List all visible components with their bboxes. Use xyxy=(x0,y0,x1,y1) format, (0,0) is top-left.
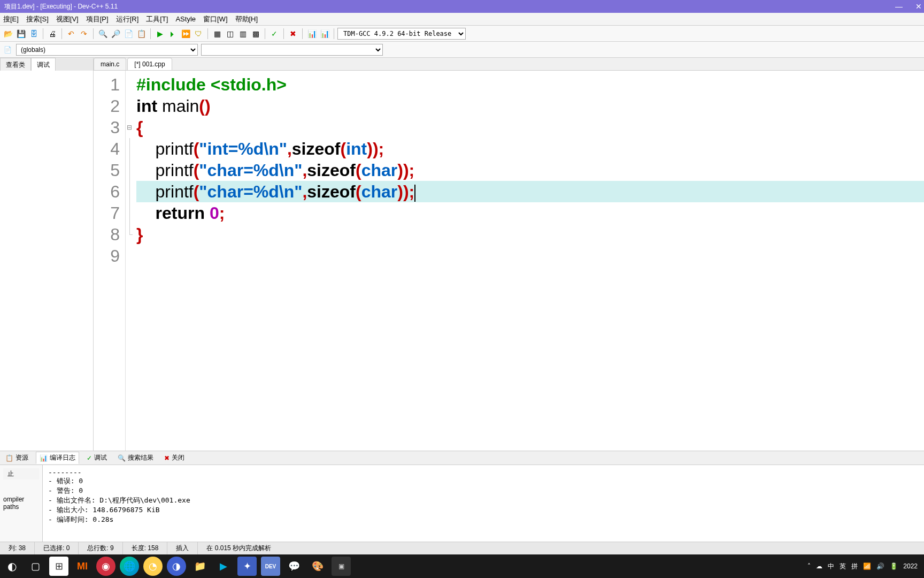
code-lines[interactable]: #include <stdio.h>int main(){ printf("in… xyxy=(133,71,924,451)
separator xyxy=(93,28,94,39)
search-icon: 🔍 xyxy=(118,454,126,462)
find-icon[interactable]: 🔍 xyxy=(97,28,109,40)
status-selected: 已选择: 0 xyxy=(35,542,79,554)
debug-icon[interactable]: ✓ xyxy=(268,28,280,40)
task-view-icon[interactable]: ▢ xyxy=(26,557,45,576)
explorer-icon[interactable]: 📁 xyxy=(190,557,210,576)
bottom-tab-search-results[interactable]: 🔍搜索结果 xyxy=(114,452,157,463)
menu-tools[interactable]: 工具[T] xyxy=(146,14,168,24)
ime-indicator-2[interactable]: 英 xyxy=(840,562,846,571)
side-panel: 查看类 调试 xyxy=(0,58,94,451)
layout4-icon[interactable]: ▩ xyxy=(250,28,261,40)
compile-log-output[interactable]: -------- - 错误: 0 - 警告: 0 - 输出文件名: D:\程序代… xyxy=(43,465,924,542)
volume-icon[interactable]: 🔊 xyxy=(876,562,884,570)
bottom-tabs: 📋资源 📊编译日志 ✓调试 🔍搜索结果 ✖关闭 xyxy=(0,451,924,465)
redo-icon[interactable]: ↷ xyxy=(78,28,90,40)
taskbar: ◐ ▢ ⊞ MI ◉ 🌐 ◔ ◑ 📁 ▶ ✦ DEV 💬 🎨 ▣ ˄ ☁ 中 英… xyxy=(0,554,924,578)
goto-icon[interactable]: 📋 xyxy=(135,28,147,40)
save-all-icon[interactable]: 🗄 xyxy=(28,28,40,40)
status-insert-mode: 插入 xyxy=(167,542,198,554)
undo-icon[interactable]: ↶ xyxy=(65,28,77,40)
side-tab-classes[interactable]: 查看类 xyxy=(0,58,31,71)
separator xyxy=(207,28,208,39)
menu-help[interactable]: 帮助[H] xyxy=(235,14,258,24)
circle-app-icon[interactable]: ◉ xyxy=(96,557,116,576)
app-icon-2[interactable]: ◑ xyxy=(167,557,186,576)
devcpp-icon[interactable]: DEV xyxy=(261,557,280,576)
main-toolbar: 📂 💾 🗄 🖨 ↶ ↷ 🔍 🔎 📄 📋 ▶ ⏵ ⏩ 🛡 ▦ ◫ ▥ ▩ ✓ ✖ … xyxy=(0,26,924,42)
bottom-panel: 📋资源 📊编译日志 ✓调试 🔍搜索结果 ✖关闭 止 ompiler paths … xyxy=(0,451,924,542)
ime-indicator-3[interactable]: 拼 xyxy=(851,562,858,571)
menu-view[interactable]: 视图[V] xyxy=(56,14,79,24)
profile2-icon[interactable]: 📊 xyxy=(319,28,330,40)
member-selector[interactable] xyxy=(201,44,383,56)
layout1-icon[interactable]: ▦ xyxy=(211,28,223,40)
separator xyxy=(61,28,62,39)
separator xyxy=(334,28,334,39)
compiler-paths-label: ompiler paths xyxy=(3,496,39,511)
clock-year[interactable]: 2022 xyxy=(903,562,918,570)
separator xyxy=(265,28,265,39)
app-icon-5[interactable]: 💬 xyxy=(284,557,304,576)
app-icon-6[interactable]: 🎨 xyxy=(308,557,327,576)
app-icon-3[interactable]: ▶ xyxy=(214,557,233,576)
find-next-icon[interactable]: 📄 xyxy=(122,28,134,40)
mi-icon[interactable]: MI xyxy=(73,557,92,576)
menu-search[interactable]: 搜索[S] xyxy=(26,14,49,24)
open-icon[interactable]: 📂 xyxy=(2,28,14,40)
compile-icon[interactable]: ▶ xyxy=(154,28,166,40)
print-icon[interactable]: 🖨 xyxy=(47,28,58,40)
bottom-tab-resources[interactable]: 📋资源 xyxy=(2,452,32,463)
edge-icon[interactable]: 🌐 xyxy=(120,557,139,576)
tray-chevron-icon[interactable]: ˄ xyxy=(807,562,811,570)
menu-edit[interactable]: 搜[E] xyxy=(3,14,19,24)
app-store-icon[interactable]: ⊞ xyxy=(49,557,68,576)
ime-indicator-1[interactable]: 中 xyxy=(828,562,834,571)
start-button[interactable]: ◐ xyxy=(2,557,21,576)
check-icon: ✓ xyxy=(87,454,92,462)
bottom-tab-close[interactable]: ✖关闭 xyxy=(161,452,188,463)
menu-run[interactable]: 运行[R] xyxy=(116,14,139,24)
bottom-tab-compile-log[interactable]: 📊编译日志 xyxy=(36,452,79,464)
close-button[interactable]: ✕ xyxy=(915,2,922,11)
menu-window[interactable]: 窗口[W] xyxy=(203,14,228,24)
bottom-tab-debug[interactable]: ✓调试 xyxy=(83,452,110,463)
scope-toolbar: 📄 (globals) xyxy=(0,42,924,58)
editor-tab-main-c[interactable]: main.c xyxy=(94,58,126,70)
save-icon[interactable]: 💾 xyxy=(15,28,27,40)
battery-icon[interactable]: 🔋 xyxy=(890,562,898,570)
system-tray: ˄ ☁ 中 英 拼 📶 🔊 🔋 2022 xyxy=(807,562,922,571)
minimize-button[interactable]: — xyxy=(895,2,903,11)
layout2-icon[interactable]: ◫ xyxy=(224,28,236,40)
replace-icon[interactable]: 🔎 xyxy=(110,28,121,40)
code-editor[interactable]: 123456789 ⊟ #include <stdio.h>int main()… xyxy=(94,71,924,451)
stop-compile-button[interactable]: 止 xyxy=(3,468,39,480)
title-bar: 项目1.dev] - [Executing] - Dev-C++ 5.11 — … xyxy=(0,0,924,13)
terminal-icon[interactable]: ▣ xyxy=(332,557,351,576)
new-class-icon[interactable]: 📄 xyxy=(2,44,13,55)
menu-project[interactable]: 项目[P] xyxy=(86,14,109,24)
stop-icon[interactable]: ✖ xyxy=(287,28,299,40)
layout3-icon[interactable]: ▥ xyxy=(237,28,249,40)
compiler-selector[interactable]: TDM-GCC 4.9.2 64-bit Release xyxy=(337,28,466,40)
window-controls: — ✕ xyxy=(895,0,922,13)
tray-cloud-icon[interactable]: ☁ xyxy=(816,562,822,570)
run-icon[interactable]: ⏵ xyxy=(167,28,179,40)
editor-tab-001-cpp[interactable]: [*] 001.cpp xyxy=(127,58,172,70)
fold-column: ⊟ xyxy=(126,71,133,451)
separator xyxy=(283,28,284,39)
main-area: 查看类 调试 main.c [*] 001.cpp 123456789 ⊟ #i… xyxy=(0,58,924,451)
status-length: 长度: 158 xyxy=(123,542,168,554)
scope-selector[interactable]: (globals) xyxy=(16,44,198,56)
status-column: 列: 38 xyxy=(0,542,35,554)
app-icon-4[interactable]: ✦ xyxy=(237,557,257,576)
menu-astyle[interactable]: AStyle xyxy=(175,15,196,23)
profile1-icon[interactable]: 📊 xyxy=(306,28,318,40)
copy-icon: 📋 xyxy=(5,454,13,462)
network-icon[interactable]: 📶 xyxy=(863,562,871,570)
app-icon-1[interactable]: ◔ xyxy=(143,557,163,576)
side-tab-debug[interactable]: 调试 xyxy=(31,58,56,71)
status-total-lines: 总行数: 9 xyxy=(79,542,122,554)
compile-run-icon[interactable]: ⏩ xyxy=(180,28,191,40)
rebuild-icon[interactable]: 🛡 xyxy=(192,28,204,40)
